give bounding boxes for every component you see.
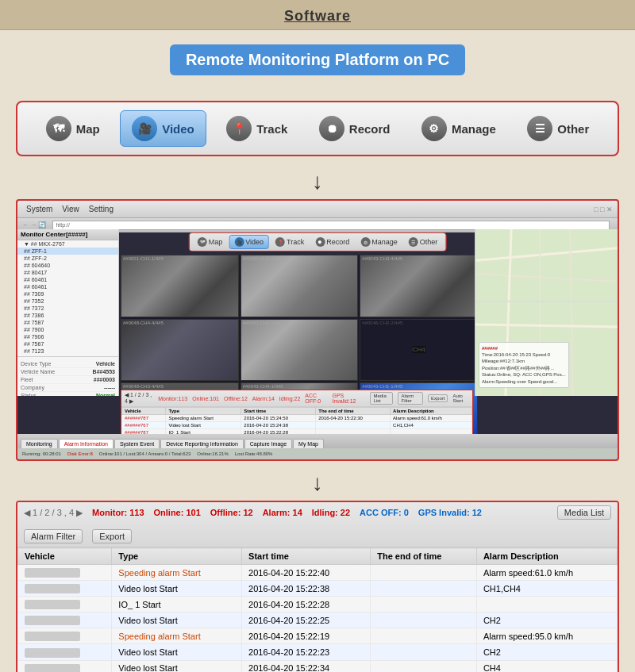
video-thumb-2 [241,255,358,317]
video-cell-2[interactable]: ##0001-CH2-1/4#5 [241,255,359,317]
video-cell-3[interactable]: ##0043-CH3-4/4#5 [360,255,478,317]
alarm-vehicle-cell: ████████████ [18,612,112,628]
menu-system[interactable]: System [22,204,56,214]
media-list-button[interactable]: Media List [557,505,611,520]
alarm-table-row: ████████████Speeding alarm Start2016-04-… [18,628,618,644]
mini-manage-icon: ⚙ [360,237,370,247]
alarm-desc-cell: Alarm speed:95.0 km/h [476,628,617,644]
alarm-desc-cell: CH4 [476,660,617,672]
menu-setting[interactable]: Setting [85,204,117,214]
mini-btn-other[interactable]: ☰ Other [404,235,443,249]
mini-map-icon: 🗺 [198,237,207,247]
export-button[interactable]: Export [92,529,132,543]
video-cell-6[interactable]: CH4 ##0046-CH2-2/4#5 [360,319,478,382]
tab-monitoring[interactable]: Monitoring [21,439,58,448]
alarm-type-cell: Speeding alarm Start [112,565,242,581]
toolbar-btn-track[interactable]: 📍 Track [215,111,298,146]
mini-btn-video[interactable]: 🎥 Video [229,235,269,249]
device-item[interactable]: ## 7309 [17,290,118,298]
screenshot-status-bar: Running: 00:28:01 Disk Error:8 Online:10… [17,448,618,459]
toolbar-btn-record[interactable]: ⏺ Record [308,111,402,146]
device-item[interactable]: ▼ ## MKX-2767 [17,240,118,248]
tab-my-map[interactable]: My Map [293,439,324,448]
device-item[interactable]: ## 60461 [17,276,118,283]
toolbar-label-map: Map [76,122,100,136]
alarm-vehicle-cell: ████████████ [18,660,112,672]
alarm-filter-button[interactable]: Alarm Filter [24,529,83,543]
video-cell-4[interactable]: ##0048-CH4-4/4#5 [121,319,239,382]
alarm-start-cell: 2016-04-20 15:22:19 [242,628,371,644]
device-item[interactable]: ## 7386 [17,312,118,319]
alarm-panel-large: ◀ 1 / 2 / 3 , 4 ▶ Monitor: 113 Online: 1… [16,501,619,672]
device-item[interactable]: ## 7906 [17,333,118,340]
col-type: Type [112,548,242,565]
subtitle-wrapper: Remote Monitoring Platform on PC [16,44,619,90]
mini-track-icon: 📍 [275,237,285,247]
main-toolbar: 🗺 Map 🎥 Video 📍 Track ⏺ Record ⚙ Manage … [16,101,619,156]
toolbar-btn-other[interactable]: ☰ Other [516,111,600,146]
alarm-type-cell: Video lost Start [112,581,242,597]
mini-btn-manage[interactable]: ⚙ Manage [356,235,402,249]
alarm-start-cell: 2016-04-20 15:22:34 [242,660,371,672]
toolbar-btn-map[interactable]: 🗺 Map [35,111,111,146]
stat-gps-invalid: GPS Invalid: 12 [418,508,482,517]
mini-record-icon: ⏺ [315,237,325,247]
device-item[interactable]: ## 80417 [17,269,118,276]
device-item[interactable]: ## ZFF-1 [17,248,118,255]
alarm-table-wrapper: Vehicle Type Start time The end of time … [17,547,618,672]
tab-alarm-info[interactable]: Alarm Information [59,439,114,448]
alarm-end-cell [371,628,477,644]
alarm-desc-cell: CH1,CH4 [476,581,617,597]
toolbar-label-track: Track [256,122,287,136]
menu-view[interactable]: View [58,204,83,214]
alarm-vehicle-cell: ████████████ [18,644,112,660]
device-item[interactable]: ## 7372 [17,305,118,312]
tab-capture[interactable]: Capture Image [244,439,292,448]
toolbar-btn-video[interactable]: 🎥 Video [120,110,206,147]
video-cell-5[interactable]: ##0043-CH1-1/4#5 [241,319,359,382]
device-item[interactable]: ## 7567 [17,340,118,348]
alarm-end-cell [371,644,477,660]
alarm-table-row: ████████████Video lost Start2016-04-20 1… [18,644,618,660]
alarm-table-row: ████████████Video lost Start2016-04-20 1… [18,581,618,597]
device-item[interactable]: ## 7123 [17,348,118,355]
alarm-vehicle-cell: ████████████ [18,628,112,644]
mini-other-icon: ☰ [409,237,418,247]
alarm-type-cell: Video lost Start [112,644,242,660]
video-thumb-6: CH4 [413,346,425,353]
video-thumb-4 [121,320,238,381]
arrow-indicator: ↓ [16,171,619,193]
video-thumb-1 [121,255,238,317]
alarm-type-cell: Video lost Start [112,660,242,672]
alarm-type-cell: Speeding alarm Start [112,628,242,644]
tab-device-reporting[interactable]: Device Reporting Information [160,439,244,448]
software-title[interactable]: Software [284,8,351,24]
mini-menu-bar: System View Setting □ □ ✕ [17,201,618,218]
device-item[interactable]: ## 7352 [17,298,118,305]
map-background: ###### Time:2016-04-20 15:23 Speed:0 Mil… [475,229,618,396]
video-cell-1[interactable]: ##0001-CH1-1/4#5 [121,255,239,317]
device-item[interactable]: ## ZFF-2 [17,255,118,262]
mini-btn-record[interactable]: ⏺ Record [310,235,354,249]
content-area: Remote Monitoring Platform on PC 🗺 Map 🎥… [0,30,635,672]
track-icon: 📍 [226,116,252,141]
mini-btn-track[interactable]: 📍 Track [271,235,309,249]
mini-func-toolbar: 🗺 Map 🎥 Video 📍 Track ⏺ Record ⚙ Manage … [189,232,447,252]
tab-system-event[interactable]: System Event [114,439,160,448]
device-item[interactable]: ## 60461 [17,283,118,290]
alarm-end-cell [371,660,477,672]
video-thumb-5 [241,320,358,381]
alarm-panel-header: ◀ 1 / 2 / 3 , 4 ▶ Monitor: 113 Online: 1… [17,502,618,547]
mini-btn-map[interactable]: 🗺 Map [193,235,228,249]
alarm-desc-cell [476,597,617,612]
device-item[interactable]: ## 7587 [17,319,118,326]
alarm-end-cell [371,612,477,628]
toolbar-label-record: Record [349,122,391,136]
device-item[interactable]: ## 7900 [17,326,118,333]
arrow-indicator-2: ↓ [16,472,619,494]
alarm-start-cell: 2016-04-20 15:22:23 [242,644,371,660]
device-item[interactable]: ## 604640 [17,262,118,269]
stat-monitor: Monitor: 113 [92,508,144,517]
toolbar-btn-manage[interactable]: ⚙ Manage [410,111,507,146]
alarm-start-cell: 2016-04-20 15:22:38 [242,581,371,597]
